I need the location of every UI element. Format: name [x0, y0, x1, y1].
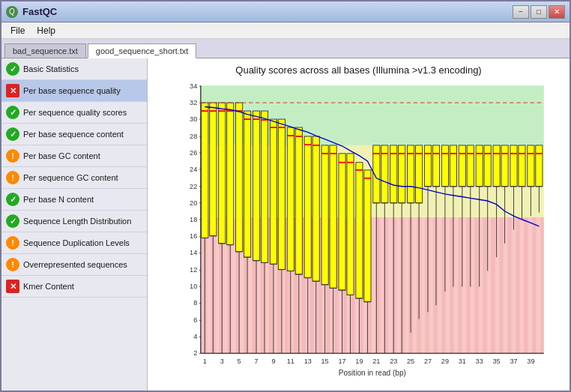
sidebar-item-per-base-gc[interactable]: ! Per base GC content [1, 145, 147, 167]
sidebar-label-seq-length: Sequence Length Distribution [23, 217, 131, 226]
x-axis-label: Position in read (bp) [339, 369, 406, 377]
svg-text:22: 22 [190, 183, 197, 190]
minimize-button[interactable]: − [513, 5, 529, 19]
y-axis: 2 4 6 8 10 12 14 16 [190, 82, 201, 357]
svg-rect-171 [432, 145, 439, 187]
sidebar-label-basic-statistics: Basic Statistics [23, 64, 79, 73]
svg-rect-119 [321, 145, 328, 285]
svg-rect-183 [459, 145, 465, 187]
app-title: FastQC [22, 6, 57, 17]
svg-rect-115 [312, 136, 319, 281]
sidebar-label-per-sequence-gc: Per sequence GC content [23, 173, 118, 182]
status-icon-ok-2: ✓ [6, 106, 19, 119]
sidebar-item-duplication[interactable]: ! Sequence Duplication Levels [1, 232, 147, 254]
chart-title: Quality scores across all bases (Illumin… [154, 64, 564, 76]
svg-text:7: 7 [254, 358, 258, 365]
menu-file[interactable]: File [4, 24, 31, 37]
sidebar-item-seq-length[interactable]: ✓ Sequence Length Distribution [1, 211, 147, 232]
svg-text:6: 6 [193, 316, 197, 324]
svg-rect-79 [236, 103, 243, 252]
svg-text:33: 33 [476, 358, 483, 365]
svg-rect-87 [253, 111, 259, 261]
sidebar-label-per-base-gc: Per base GC content [23, 151, 100, 160]
svg-rect-5 [201, 217, 544, 353]
svg-text:19: 19 [355, 358, 363, 365]
sidebar-item-per-base-content[interactable]: ✓ Per base sequence content [1, 124, 147, 145]
sidebar-item-kmer[interactable]: ✕ Kmer Content [1, 276, 147, 298]
svg-rect-187 [467, 145, 474, 187]
svg-text:34: 34 [190, 82, 197, 90]
window-controls: − □ ✕ [513, 5, 565, 19]
svg-rect-135 [356, 163, 363, 298]
svg-text:1: 1 [203, 358, 207, 365]
svg-text:35: 35 [493, 358, 501, 365]
svg-text:5: 5 [238, 358, 241, 365]
svg-rect-211 [519, 145, 525, 187]
sidebar-item-basic-statistics[interactable]: ✓ Basic Statistics [1, 58, 147, 80]
tabs-bar: bad_sequence.txt good_sequence_short.txt [1, 39, 570, 58]
x-axis: 1 3 5 7 9 11 13 15 17 19 21 23 25 27 [203, 358, 535, 365]
svg-text:37: 37 [510, 358, 517, 365]
tab-good-sequence[interactable]: good_sequence_short.txt [88, 43, 197, 58]
svg-text:17: 17 [338, 358, 345, 365]
svg-rect-71 [219, 103, 226, 244]
sidebar: ✓ Basic Statistics ✕ Per base sequence q… [1, 58, 148, 391]
tab-bad-sequence[interactable]: bad_sequence.txt [4, 43, 86, 58]
sidebar-item-overrepresented[interactable]: ! Overrepresented sequences [1, 254, 147, 276]
close-button[interactable]: ✕ [549, 5, 565, 19]
title-bar: Q FastQC − □ ✕ [1, 1, 570, 22]
status-icon-ok: ✓ [6, 62, 19, 76]
app-icon: Q [6, 6, 18, 18]
svg-rect-111 [304, 136, 311, 278]
sidebar-item-per-sequence-quality[interactable]: ✓ Per sequence quality scores [1, 102, 147, 124]
svg-text:11: 11 [287, 358, 294, 365]
sidebar-item-per-sequence-gc[interactable]: ! Per sequence GC content [1, 167, 147, 189]
svg-rect-1 [201, 145, 544, 217]
svg-text:25: 25 [407, 358, 414, 365]
svg-text:21: 21 [372, 358, 380, 365]
svg-rect-103 [287, 127, 294, 271]
svg-rect-99 [278, 119, 285, 270]
svg-rect-191 [476, 145, 483, 187]
status-icon-ok-3: ✓ [6, 127, 19, 141]
svg-text:16: 16 [190, 232, 197, 240]
svg-text:10: 10 [190, 283, 197, 290]
svg-text:24: 24 [190, 166, 197, 173]
svg-text:3: 3 [220, 358, 224, 365]
svg-text:15: 15 [321, 358, 329, 365]
main-window: Q FastQC − □ ✕ File Help bad_sequence.tx… [0, 0, 571, 392]
sidebar-label-per-sequence-quality: Per sequence quality scores [23, 108, 127, 117]
sidebar-item-per-base-quality[interactable]: ✕ Per base sequence quality [1, 80, 147, 102]
status-icon-warn-4: ! [6, 258, 19, 271]
chart-area: Quality scores across all bases (Illumin… [148, 58, 570, 391]
status-icon-ok-4: ✓ [6, 193, 19, 206]
chart-container: 2 4 6 8 10 12 14 16 [154, 79, 564, 381]
svg-rect-67 [210, 103, 217, 236]
svg-rect-131 [347, 154, 354, 295]
menu-help[interactable]: Help [31, 24, 61, 37]
sidebar-label-kmer: Kmer Content [23, 282, 74, 291]
sidebar-label-overrepresented: Overrepresented sequences [23, 260, 127, 269]
svg-text:39: 39 [527, 358, 534, 365]
maximize-button[interactable]: □ [531, 5, 547, 19]
svg-text:28: 28 [190, 133, 197, 140]
sidebar-item-per-base-n[interactable]: ✓ Per base N content [1, 189, 147, 211]
chart-svg: 2 4 6 8 10 12 14 16 [154, 79, 564, 381]
svg-text:20: 20 [190, 199, 197, 207]
svg-rect-207 [510, 145, 517, 187]
svg-text:2: 2 [193, 349, 197, 357]
svg-rect-195 [484, 145, 491, 187]
svg-text:26: 26 [190, 149, 197, 157]
status-icon-warn-2: ! [6, 171, 19, 184]
sidebar-label-per-base-n: Per base N content [23, 195, 94, 204]
svg-rect-179 [450, 145, 456, 187]
svg-text:31: 31 [459, 358, 466, 365]
svg-text:4: 4 [193, 333, 197, 340]
svg-text:12: 12 [190, 266, 197, 274]
svg-text:18: 18 [190, 216, 197, 223]
svg-rect-91 [261, 111, 268, 262]
status-icon-warn: ! [6, 149, 19, 163]
svg-rect-203 [501, 145, 508, 187]
svg-text:32: 32 [190, 99, 197, 106]
svg-rect-83 [244, 111, 251, 257]
